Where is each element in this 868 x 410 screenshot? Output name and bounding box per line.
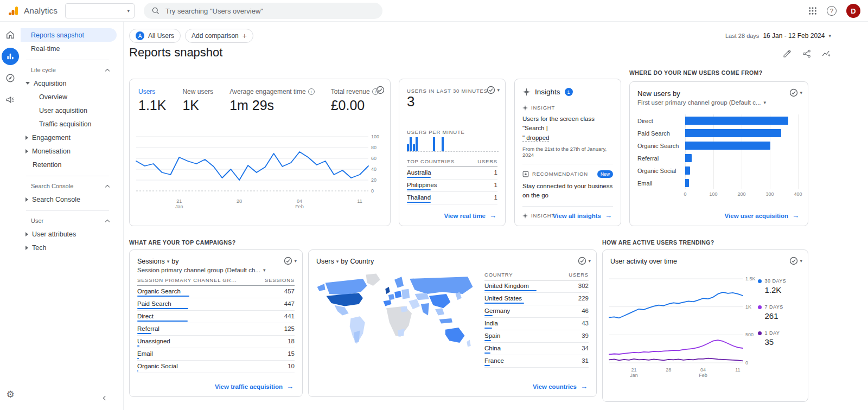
explore-nav-button[interactable] — [2, 69, 19, 87]
sidebar-item-overview[interactable]: Overview — [21, 90, 123, 104]
help-icon[interactable]: ? — [827, 6, 837, 16]
view-real-time-link[interactable]: View real time→ — [444, 212, 497, 220]
question-label: WHERE DO YOUR NEW USERS COME FROM? — [629, 69, 763, 76]
topbar-actions: ? D — [808, 0, 860, 22]
metric-selector[interactable]: Users — [316, 258, 334, 265]
svg-text:80: 80 — [371, 145, 376, 150]
apps-grid-icon[interactable] — [808, 7, 817, 15]
view-traffic-acquisition-link[interactable]: View traffic acquisition→ — [215, 382, 293, 390]
data-quality-dropdown[interactable]: ▾ — [789, 88, 802, 97]
sidebar-item-reports-snapshot[interactable]: Reports snapshot — [21, 28, 117, 42]
sidebar-item-engagement[interactable]: Engagement — [21, 131, 123, 144]
avatar[interactable]: D — [846, 4, 860, 18]
country-users: 1 — [494, 169, 497, 176]
insights-header: Insights 1 — [522, 88, 613, 96]
view-countries-link[interactable]: View countries→ — [533, 382, 588, 390]
share-report-icon[interactable] — [802, 49, 812, 59]
arrow-forward-icon: → — [489, 212, 496, 220]
section-title: User — [31, 217, 43, 224]
add-comparison-button[interactable]: Add comparison + — [185, 29, 253, 43]
arrow-forward-icon: → — [792, 212, 799, 220]
sidebar-item-label: Monetisation — [32, 148, 71, 155]
divider — [522, 164, 613, 164]
sidebar-item-acquisition[interactable]: Acquisition — [21, 76, 123, 90]
question-label: WHAT ARE YOUR TOP CAMPAIGNS? — [129, 239, 236, 246]
insight-text[interactable]: Users for the screen class "Search | " d… — [522, 114, 613, 143]
chevron-up-icon — [105, 184, 110, 189]
sidebar-item-user-attributes[interactable]: User attributes — [21, 227, 123, 241]
metric-new-users[interactable]: New users 1K — [182, 88, 213, 113]
home-nav-button[interactable] — [2, 26, 19, 43]
sidebar-item-tech[interactable]: Tech — [21, 241, 123, 254]
comparison-chip-all-users[interactable]: A All Users — [129, 29, 181, 43]
sidebar-item-retention[interactable]: Retention — [21, 158, 123, 171]
customize-report-icon[interactable] — [782, 49, 792, 59]
bar-row: Organic Social — [637, 164, 798, 177]
svg-text:1K: 1K — [745, 304, 751, 310]
reports-nav-button[interactable] — [2, 48, 19, 65]
sidebar-item-label: Traffic acquisition — [39, 120, 92, 128]
insights-count-badge: 1 — [565, 88, 573, 96]
metric-avg-engagement-time[interactable]: Average engagement timei 1m 29s — [229, 88, 315, 113]
metric-users[interactable]: Users 1.1K — [138, 88, 166, 113]
metric-value: 1.1K — [138, 98, 166, 113]
data-quality-dropdown[interactable]: ▾ — [578, 257, 591, 265]
users-per-minute-chart — [407, 136, 499, 152]
sidebar-section-user[interactable]: User — [21, 214, 123, 227]
metric-value: 1m 29s — [229, 98, 315, 113]
sidebar-item-monetisation[interactable]: Monetisation — [21, 144, 123, 158]
collapse-sidebar-button[interactable] — [104, 394, 107, 401]
table-row: France 31 — [484, 355, 589, 368]
legend-dot — [758, 305, 762, 309]
sidebar-item-search-console[interactable]: Search Console — [21, 193, 123, 206]
new-badge: New — [597, 170, 613, 178]
legend-dot — [758, 331, 762, 335]
dimension-selector[interactable]: Session primary channel group (Default c… — [137, 267, 295, 273]
admin-settings-button[interactable]: ⚙ — [0, 389, 21, 400]
sidebar-section-search-console[interactable]: Search Console — [21, 180, 123, 193]
arrow-collapsed-icon — [25, 246, 28, 250]
insights-sparkle-icon — [522, 88, 531, 96]
metric-selector[interactable]: Sessions — [137, 258, 165, 265]
svg-text:28: 28 — [237, 198, 242, 204]
data-quality-indicator[interactable] — [376, 86, 385, 94]
topbar: Analytics ▾ Try searching "Users overvie… — [0, 0, 868, 22]
explore-icon — [5, 73, 16, 84]
campaigns-table: SESSION PRIMARY CHANNEL GR... SESSIONS O… — [137, 277, 295, 373]
main-content: A All Users Add comparison + Last 28 day… — [124, 22, 868, 410]
view-all-insights-link[interactable]: View all insights→ — [553, 212, 612, 220]
chevron-up-icon — [105, 68, 110, 73]
data-quality-dropdown[interactable]: ▾ — [487, 86, 500, 94]
activity-line-chart: 05001K1.5K21Jan2804Feb11 — [607, 274, 758, 378]
svg-text:0: 0 — [371, 188, 374, 194]
sidebar-item-user-acquisition[interactable]: User acquisition — [21, 104, 123, 117]
info-icon[interactable]: i — [308, 88, 315, 95]
table-row: Spain 39 — [484, 330, 589, 343]
svg-text:40: 40 — [371, 166, 376, 172]
data-quality-dropdown[interactable]: ▾ — [284, 257, 297, 265]
sidebar-section-life-cycle[interactable]: Life cycle — [21, 63, 123, 76]
report-actions — [782, 49, 831, 59]
table-row: Philippines 1 — [407, 180, 497, 192]
insights-icon[interactable] — [821, 49, 831, 59]
date-range-picker[interactable]: Last 28 days 16 Jan - 12 Feb 2024 ▾ — [725, 32, 831, 40]
search-bar[interactable]: Try searching "Users overview" — [144, 3, 382, 19]
search-icon — [151, 7, 160, 15]
recommendation-text[interactable]: Stay connected to your business on the g… — [522, 182, 613, 201]
recommendation-icon — [522, 171, 529, 177]
user-activity-card: User activity over time ▾ 05001K1.5K21Ja… — [602, 249, 808, 402]
sidebar-item-label: User attributes — [32, 230, 76, 238]
advertising-nav-button[interactable] — [2, 91, 19, 108]
property-selector[interactable]: ▾ — [65, 3, 135, 18]
metric-tabs: Users 1.1K New users 1K Average engageme… — [130, 79, 390, 113]
svg-text:100: 100 — [371, 134, 379, 139]
dimension-selector[interactable]: Country — [350, 258, 374, 265]
data-quality-dropdown[interactable]: ▾ — [789, 257, 802, 265]
sidebar-item-real-time[interactable]: Real-time — [21, 42, 123, 55]
sidebar-item-traffic-acquisition[interactable]: Traffic acquisition — [21, 117, 123, 131]
table-row: Referral 125 — [137, 323, 295, 336]
arrow-collapsed-icon — [25, 197, 28, 202]
view-user-acquisition-link[interactable]: View user acquisition→ — [725, 212, 799, 220]
metric-total-revenue[interactable]: Total revenuei £0.00 — [331, 88, 379, 113]
dimension-selector[interactable]: First user primary channel group (Defaul… — [637, 99, 800, 106]
